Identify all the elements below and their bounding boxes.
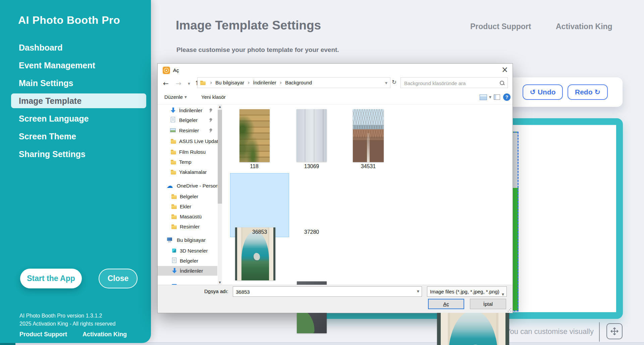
- help-icon[interactable]: ?: [503, 93, 511, 101]
- filename-history-chevron-icon[interactable]: ▼: [417, 290, 419, 293]
- sidebar-item-screen-theme[interactable]: Screen Theme: [11, 129, 146, 144]
- file-label[interactable]: 13069: [285, 163, 338, 170]
- file-thumbnail-13069[interactable]: [297, 109, 327, 162]
- folder-icon: [170, 158, 177, 165]
- view-options-chevron-icon[interactable]: ▼: [489, 95, 491, 99]
- dialog-toolbar: Düzenle▼ Yeni klasör ▼ ?: [158, 90, 513, 105]
- tree-item-documents[interactable]: Belgeler: [158, 115, 217, 125]
- tree-item-yakalamalar[interactable]: Yakalamalar: [158, 167, 217, 177]
- forward-icon[interactable]: →: [176, 79, 181, 87]
- refresh-icon[interactable]: ↻: [392, 79, 396, 85]
- sidebar-item-screen-language[interactable]: Screen Language: [11, 111, 146, 126]
- folder-icon: [171, 223, 178, 230]
- pin-icon: [208, 118, 213, 122]
- breadcrumb-separator: ›: [280, 80, 282, 86]
- page-subtitle: Please customise your photo template for…: [176, 46, 339, 54]
- sidebar-link-activation-king[interactable]: Activation King: [83, 331, 127, 338]
- tree-item-ekler[interactable]: Ekler: [158, 202, 217, 211]
- cancel-button[interactable]: İptal: [470, 299, 506, 309]
- recent-locations-icon[interactable]: ▼: [188, 82, 190, 85]
- file-label[interactable]: 34531: [341, 163, 395, 170]
- file-label[interactable]: 36853: [230, 229, 289, 236]
- header-link-product-support[interactable]: Product Support: [470, 22, 531, 31]
- preview-pane-icon[interactable]: [494, 94, 500, 100]
- tree-item-temp[interactable]: Temp: [158, 157, 217, 167]
- search-box: [400, 77, 508, 88]
- resize-grip[interactable]: [507, 308, 512, 312]
- tree-item-onedrive-pictures[interactable]: Resimler: [158, 222, 217, 231]
- close-app-button[interactable]: Close: [99, 269, 138, 288]
- sidebar-link-product-support[interactable]: Product Support: [19, 331, 67, 338]
- file-thumbnail-118[interactable]: [239, 109, 270, 162]
- sidebar-item-event-management[interactable]: Event Management: [11, 58, 146, 73]
- breadcrumb-separator: ›: [210, 80, 212, 86]
- view-thumbnails-icon[interactable]: [480, 94, 487, 100]
- download-icon: [171, 267, 178, 274]
- download-icon: [170, 107, 176, 114]
- folder-icon: [170, 148, 177, 155]
- address-dropdown-icon[interactable]: ▼: [385, 81, 387, 85]
- history-card: ↺ Undo Redo ↻: [503, 77, 623, 107]
- folder-icon: [170, 138, 177, 144]
- search-input[interactable]: [404, 79, 495, 87]
- image-app-icon: [163, 67, 170, 74]
- tree-item-asus[interactable]: ASUS Live Updat: [158, 136, 217, 146]
- new-folder-button[interactable]: Yeni klasör: [201, 94, 226, 100]
- tree-item-this-pc[interactable]: Bu bilgisayar: [158, 235, 217, 245]
- search-icon[interactable]: [499, 80, 505, 86]
- address-bar[interactable]: › Bu bilgisayar › İndirilenler › Backgro…: [197, 77, 390, 88]
- tree-scrollbar[interactable]: ▲ ▼: [218, 105, 222, 285]
- tree-item-pc-downloads[interactable]: İndirilenler: [158, 266, 217, 276]
- back-icon[interactable]: ←: [163, 79, 169, 87]
- start-app-button[interactable]: Start the App: [20, 269, 82, 288]
- breadcrumb-background[interactable]: Background: [285, 80, 312, 85]
- pictures-icon: [170, 127, 176, 134]
- tree-item-pc-documents[interactable]: Belgeler: [158, 256, 217, 266]
- folder-icon: [170, 168, 177, 175]
- status-divider: [599, 322, 600, 342]
- redo-arrow-icon: ↻: [594, 88, 600, 96]
- file-thumbnail-34531[interactable]: [353, 109, 384, 162]
- sidebar-item-sharing-settings[interactable]: Sharing Settings: [11, 147, 146, 161]
- document-icon: [170, 117, 176, 123]
- copyright-text: 2025 Activation King - All rights reserv…: [19, 321, 115, 327]
- pin-icon: [208, 128, 213, 133]
- file-list: 118 13069 34531 36853 37280: [222, 105, 513, 285]
- breadcrumb-downloads[interactable]: İndirilenler: [253, 80, 276, 85]
- scroll-up-icon[interactable]: ▲: [218, 105, 222, 108]
- folder-icon: [200, 81, 206, 85]
- tree-item-onedrive[interactable]: ☁OneDrive - Person: [158, 181, 217, 191]
- scrollbar-thumb[interactable]: [218, 110, 222, 204]
- dialog-title: Aç: [173, 67, 179, 73]
- move-arrows-icon[interactable]: [606, 323, 623, 339]
- page-title: Image Template Settings: [176, 18, 321, 32]
- tree-item-downloads[interactable]: İndirilenler: [158, 106, 217, 115]
- close-icon[interactable]: ×: [497, 64, 513, 76]
- filename-input[interactable]: [235, 288, 414, 296]
- breadcrumb-this-pc[interactable]: Bu bilgisayar: [215, 80, 244, 85]
- scroll-down-icon[interactable]: ▼: [218, 281, 222, 284]
- dialog-titlebar[interactable]: Aç ×: [158, 64, 513, 77]
- file-label[interactable]: 37280: [285, 229, 338, 236]
- sidebar-item-image-template[interactable]: Image Template: [11, 93, 146, 108]
- tree-item-film-rulosu[interactable]: Film Rulosu: [158, 147, 217, 157]
- filename-label: Dosya adı:: [204, 288, 228, 294]
- file-label[interactable]: 118: [227, 163, 281, 170]
- organize-menu[interactable]: Düzenle▼: [164, 94, 187, 100]
- tree-item-3d-objects[interactable]: 3D Nesneler: [158, 246, 217, 256]
- tree-item-onedrive-documents[interactable]: Belgeler: [158, 192, 217, 201]
- tree-item-pc-desktop[interactable]: Masaüstü: [158, 281, 217, 285]
- undo-button[interactable]: ↺ Undo: [523, 84, 563, 100]
- open-button[interactable]: Aç: [428, 299, 464, 309]
- redo-button[interactable]: Redo ↻: [568, 84, 608, 100]
- sidebar: AI Photo Booth Pro Dashboard Event Manag…: [0, 0, 151, 343]
- sidebar-item-main-settings[interactable]: Main Settings: [11, 76, 146, 90]
- onedrive-cloud-icon: ☁: [166, 182, 173, 189]
- sidebar-item-dashboard[interactable]: Dashboard: [11, 40, 146, 55]
- breadcrumb-separator: ›: [248, 80, 250, 86]
- filetype-dropdown[interactable]: Image files (*.jpg, *.jpeg, *.png) ▼: [427, 286, 507, 297]
- tree-item-masaustu[interactable]: Masaüstü: [158, 212, 217, 221]
- tree-item-pictures[interactable]: Resimler: [158, 126, 217, 135]
- header-link-activation-king[interactable]: Activation King: [556, 22, 612, 31]
- app-window: Image Template Settings Please customise…: [0, 0, 644, 345]
